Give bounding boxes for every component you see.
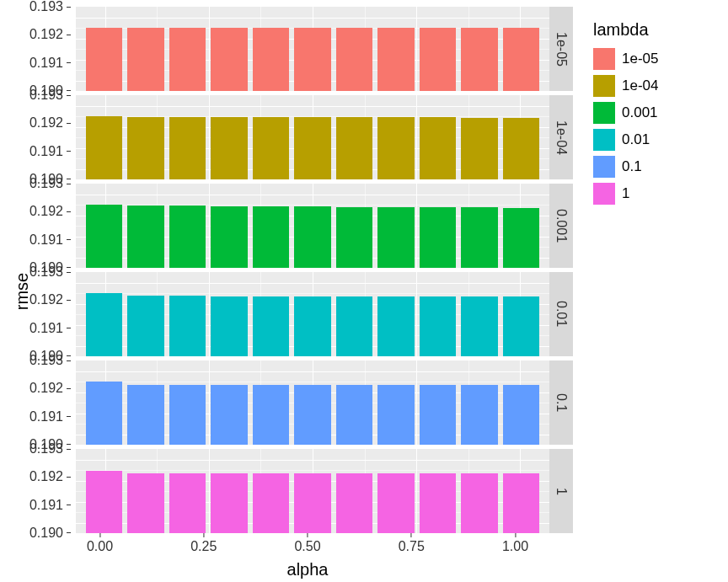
bar <box>503 208 540 269</box>
bar <box>336 473 373 533</box>
x-tick-label: 0.50 <box>294 539 320 554</box>
bar <box>294 385 331 445</box>
legend-swatch <box>593 183 615 205</box>
bar <box>461 385 498 445</box>
bar <box>211 28 248 91</box>
legend-swatch <box>593 156 615 178</box>
bar <box>86 116 123 179</box>
chart: rmse 0.1930.1920.1910.1901e-050.1930.192… <box>0 0 728 582</box>
legend-item: 1e-05 <box>593 48 720 70</box>
legend-item: 1e-04 <box>593 75 720 97</box>
bar <box>86 293 123 356</box>
facet-row: 0.1930.1920.1910.1901e-05 <box>0 7 573 91</box>
y-axis-ticks: 0.1930.1920.1910.190 <box>0 272 76 356</box>
bar <box>294 117 331 179</box>
legend-item: 0.001 <box>593 102 720 124</box>
bar <box>420 207 457 268</box>
legend-item: 0.1 <box>593 156 720 178</box>
x-axis: 0.000.250.500.751.00 <box>71 533 544 558</box>
legend-label: 0.01 <box>622 131 650 148</box>
bars <box>76 272 549 356</box>
bars <box>76 449 549 533</box>
bar <box>336 207 373 269</box>
bar <box>420 473 457 533</box>
bar <box>253 296 290 356</box>
facet-strip-label: 1e-04 <box>554 120 569 155</box>
facet-row: 0.1930.1920.1910.1900.001 <box>0 184 573 268</box>
bars <box>76 184 549 268</box>
facet-strip: 1e-05 <box>549 7 573 91</box>
facet-row: 0.1930.1920.1910.1900.01 <box>0 272 573 356</box>
facet-strip-label: 0.001 <box>554 209 569 243</box>
x-tick: 1.00 <box>502 533 528 554</box>
bar <box>461 207 498 268</box>
bar <box>253 473 290 533</box>
bar <box>169 385 206 445</box>
x-tick-label: 0.75 <box>399 539 425 554</box>
legend-swatch <box>593 129 615 151</box>
bar <box>253 206 290 268</box>
bar <box>127 473 164 533</box>
bar <box>377 473 415 533</box>
bar <box>294 296 331 356</box>
facet-row: 0.1930.1920.1910.1901 <box>0 449 573 533</box>
bar <box>377 296 415 356</box>
facet-panel <box>76 184 549 268</box>
bars <box>76 360 549 445</box>
bar <box>461 118 498 180</box>
legend: lambda 1e-051e-040.0010.010.11 <box>573 0 720 582</box>
y-axis-ticks: 0.1930.1920.1910.190 <box>0 95 76 179</box>
bar <box>294 473 331 533</box>
plot-area: 0.1930.1920.1910.1901e-050.1930.1920.191… <box>0 0 573 582</box>
facet-strip: 0.1 <box>549 360 573 445</box>
x-tick: 0.00 <box>87 533 113 554</box>
bar <box>503 473 540 533</box>
x-tick-label: 0.25 <box>190 539 217 554</box>
bar <box>211 117 248 179</box>
facet-strip: 1 <box>549 449 573 533</box>
legend-item: 1 <box>593 183 720 205</box>
x-tick: 0.25 <box>190 533 217 554</box>
legend-swatch <box>593 102 615 124</box>
x-tick: 0.75 <box>399 533 425 554</box>
bar <box>127 206 164 268</box>
bar <box>253 117 290 179</box>
bar <box>377 385 415 445</box>
bar <box>503 118 540 180</box>
bar <box>294 206 331 268</box>
bar <box>503 28 540 91</box>
bar <box>336 28 373 91</box>
bar <box>336 296 373 356</box>
facet-strip: 0.001 <box>549 184 573 268</box>
facet-panel <box>76 449 549 533</box>
bar <box>169 473 206 533</box>
bar <box>336 385 373 445</box>
facet-strip-label: 0.01 <box>554 301 569 327</box>
facet-strip-label: 1 <box>554 488 569 495</box>
facet-panel <box>76 7 549 91</box>
legend-swatch <box>593 48 615 70</box>
bar <box>461 28 498 91</box>
y-axis-ticks: 0.1930.1920.1910.190 <box>0 449 76 533</box>
legend-swatch <box>593 75 615 97</box>
bar <box>211 473 248 533</box>
bar <box>503 296 540 356</box>
bar <box>461 296 498 356</box>
bar <box>86 471 123 533</box>
legend-label: 1e-04 <box>622 77 658 94</box>
x-tick-label: 0.00 <box>87 539 113 554</box>
legend-label: 1 <box>622 185 629 202</box>
legend-item: 0.01 <box>593 129 720 151</box>
bar <box>86 382 123 445</box>
facet-strip: 1e-04 <box>549 95 573 179</box>
bar <box>169 28 206 91</box>
facet-panel <box>76 360 549 445</box>
facet-strip-label: 1e-05 <box>554 32 569 67</box>
facet-panel <box>76 95 549 179</box>
bar <box>127 296 164 357</box>
bar <box>377 117 415 179</box>
facet-row: 0.1930.1920.1910.1900.1 <box>0 360 573 445</box>
facet-panel <box>76 272 549 356</box>
bar <box>127 28 164 91</box>
bar <box>169 296 206 356</box>
